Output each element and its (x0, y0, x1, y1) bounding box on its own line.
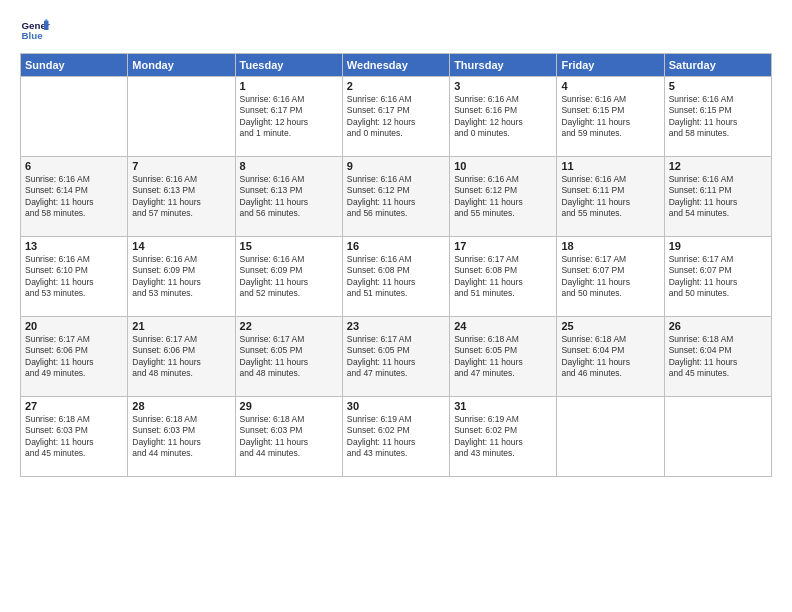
day-number: 21 (132, 320, 230, 332)
day-info: Sunrise: 6:16 AM Sunset: 6:10 PM Dayligh… (25, 254, 123, 300)
day-info: Sunrise: 6:17 AM Sunset: 6:07 PM Dayligh… (669, 254, 767, 300)
day-info: Sunrise: 6:16 AM Sunset: 6:08 PM Dayligh… (347, 254, 445, 300)
day-info: Sunrise: 6:17 AM Sunset: 6:05 PM Dayligh… (347, 334, 445, 380)
day-info: Sunrise: 6:18 AM Sunset: 6:04 PM Dayligh… (561, 334, 659, 380)
day-number: 15 (240, 240, 338, 252)
calendar-cell: 13Sunrise: 6:16 AM Sunset: 6:10 PM Dayli… (21, 237, 128, 317)
calendar-cell: 23Sunrise: 6:17 AM Sunset: 6:05 PM Dayli… (342, 317, 449, 397)
calendar-cell: 12Sunrise: 6:16 AM Sunset: 6:11 PM Dayli… (664, 157, 771, 237)
calendar-cell (557, 397, 664, 477)
calendar-cell: 29Sunrise: 6:18 AM Sunset: 6:03 PM Dayli… (235, 397, 342, 477)
day-number: 8 (240, 160, 338, 172)
calendar-table: SundayMondayTuesdayWednesdayThursdayFrid… (20, 53, 772, 477)
day-info: Sunrise: 6:16 AM Sunset: 6:11 PM Dayligh… (561, 174, 659, 220)
day-number: 18 (561, 240, 659, 252)
calendar-cell: 19Sunrise: 6:17 AM Sunset: 6:07 PM Dayli… (664, 237, 771, 317)
day-info: Sunrise: 6:16 AM Sunset: 6:14 PM Dayligh… (25, 174, 123, 220)
day-number: 1 (240, 80, 338, 92)
day-info: Sunrise: 6:19 AM Sunset: 6:02 PM Dayligh… (347, 414, 445, 460)
logo: General Blue (20, 15, 56, 45)
day-number: 29 (240, 400, 338, 412)
day-info: Sunrise: 6:18 AM Sunset: 6:03 PM Dayligh… (240, 414, 338, 460)
day-info: Sunrise: 6:16 AM Sunset: 6:09 PM Dayligh… (240, 254, 338, 300)
day-number: 3 (454, 80, 552, 92)
day-number: 26 (669, 320, 767, 332)
col-header-thursday: Thursday (450, 54, 557, 77)
day-number: 19 (669, 240, 767, 252)
calendar-cell: 8Sunrise: 6:16 AM Sunset: 6:13 PM Daylig… (235, 157, 342, 237)
day-info: Sunrise: 6:18 AM Sunset: 6:03 PM Dayligh… (25, 414, 123, 460)
day-info: Sunrise: 6:17 AM Sunset: 6:08 PM Dayligh… (454, 254, 552, 300)
day-number: 12 (669, 160, 767, 172)
day-info: Sunrise: 6:16 AM Sunset: 6:12 PM Dayligh… (347, 174, 445, 220)
calendar-cell (664, 397, 771, 477)
day-number: 30 (347, 400, 445, 412)
calendar-cell: 2Sunrise: 6:16 AM Sunset: 6:17 PM Daylig… (342, 77, 449, 157)
day-info: Sunrise: 6:19 AM Sunset: 6:02 PM Dayligh… (454, 414, 552, 460)
col-header-sunday: Sunday (21, 54, 128, 77)
day-info: Sunrise: 6:16 AM Sunset: 6:12 PM Dayligh… (454, 174, 552, 220)
day-number: 4 (561, 80, 659, 92)
calendar-cell: 31Sunrise: 6:19 AM Sunset: 6:02 PM Dayli… (450, 397, 557, 477)
week-row-1: 1Sunrise: 6:16 AM Sunset: 6:17 PM Daylig… (21, 77, 772, 157)
week-row-5: 27Sunrise: 6:18 AM Sunset: 6:03 PM Dayli… (21, 397, 772, 477)
day-number: 25 (561, 320, 659, 332)
calendar-cell: 15Sunrise: 6:16 AM Sunset: 6:09 PM Dayli… (235, 237, 342, 317)
day-number: 27 (25, 400, 123, 412)
day-info: Sunrise: 6:16 AM Sunset: 6:09 PM Dayligh… (132, 254, 230, 300)
week-row-3: 13Sunrise: 6:16 AM Sunset: 6:10 PM Dayli… (21, 237, 772, 317)
calendar-cell: 16Sunrise: 6:16 AM Sunset: 6:08 PM Dayli… (342, 237, 449, 317)
svg-text:Blue: Blue (22, 30, 44, 41)
calendar-cell: 4Sunrise: 6:16 AM Sunset: 6:15 PM Daylig… (557, 77, 664, 157)
week-row-2: 6Sunrise: 6:16 AM Sunset: 6:14 PM Daylig… (21, 157, 772, 237)
week-row-4: 20Sunrise: 6:17 AM Sunset: 6:06 PM Dayli… (21, 317, 772, 397)
calendar-cell: 7Sunrise: 6:16 AM Sunset: 6:13 PM Daylig… (128, 157, 235, 237)
day-info: Sunrise: 6:17 AM Sunset: 6:06 PM Dayligh… (25, 334, 123, 380)
day-info: Sunrise: 6:16 AM Sunset: 6:17 PM Dayligh… (240, 94, 338, 140)
col-header-tuesday: Tuesday (235, 54, 342, 77)
calendar-cell: 27Sunrise: 6:18 AM Sunset: 6:03 PM Dayli… (21, 397, 128, 477)
day-info: Sunrise: 6:17 AM Sunset: 6:05 PM Dayligh… (240, 334, 338, 380)
col-header-monday: Monday (128, 54, 235, 77)
calendar-cell: 3Sunrise: 6:16 AM Sunset: 6:16 PM Daylig… (450, 77, 557, 157)
col-header-wednesday: Wednesday (342, 54, 449, 77)
calendar-cell: 28Sunrise: 6:18 AM Sunset: 6:03 PM Dayli… (128, 397, 235, 477)
calendar-cell: 6Sunrise: 6:16 AM Sunset: 6:14 PM Daylig… (21, 157, 128, 237)
day-info: Sunrise: 6:17 AM Sunset: 6:06 PM Dayligh… (132, 334, 230, 380)
calendar-cell: 10Sunrise: 6:16 AM Sunset: 6:12 PM Dayli… (450, 157, 557, 237)
day-info: Sunrise: 6:16 AM Sunset: 6:15 PM Dayligh… (669, 94, 767, 140)
day-number: 6 (25, 160, 123, 172)
calendar-cell: 5Sunrise: 6:16 AM Sunset: 6:15 PM Daylig… (664, 77, 771, 157)
calendar-cell: 14Sunrise: 6:16 AM Sunset: 6:09 PM Dayli… (128, 237, 235, 317)
day-number: 16 (347, 240, 445, 252)
calendar-cell: 25Sunrise: 6:18 AM Sunset: 6:04 PM Dayli… (557, 317, 664, 397)
day-info: Sunrise: 6:17 AM Sunset: 6:07 PM Dayligh… (561, 254, 659, 300)
calendar-cell: 18Sunrise: 6:17 AM Sunset: 6:07 PM Dayli… (557, 237, 664, 317)
svg-marker-2 (44, 21, 49, 30)
day-number: 11 (561, 160, 659, 172)
calendar-cell: 9Sunrise: 6:16 AM Sunset: 6:12 PM Daylig… (342, 157, 449, 237)
day-info: Sunrise: 6:16 AM Sunset: 6:13 PM Dayligh… (132, 174, 230, 220)
day-number: 22 (240, 320, 338, 332)
day-number: 31 (454, 400, 552, 412)
calendar-cell: 1Sunrise: 6:16 AM Sunset: 6:17 PM Daylig… (235, 77, 342, 157)
calendar-cell: 24Sunrise: 6:18 AM Sunset: 6:05 PM Dayli… (450, 317, 557, 397)
day-number: 17 (454, 240, 552, 252)
calendar-cell: 17Sunrise: 6:17 AM Sunset: 6:08 PM Dayli… (450, 237, 557, 317)
calendar-cell: 21Sunrise: 6:17 AM Sunset: 6:06 PM Dayli… (128, 317, 235, 397)
calendar-cell (128, 77, 235, 157)
day-number: 13 (25, 240, 123, 252)
day-number: 5 (669, 80, 767, 92)
calendar-cell: 30Sunrise: 6:19 AM Sunset: 6:02 PM Dayli… (342, 397, 449, 477)
calendar-cell: 20Sunrise: 6:17 AM Sunset: 6:06 PM Dayli… (21, 317, 128, 397)
day-number: 28 (132, 400, 230, 412)
day-info: Sunrise: 6:18 AM Sunset: 6:04 PM Dayligh… (669, 334, 767, 380)
col-header-saturday: Saturday (664, 54, 771, 77)
col-header-friday: Friday (557, 54, 664, 77)
day-info: Sunrise: 6:16 AM Sunset: 6:17 PM Dayligh… (347, 94, 445, 140)
day-info: Sunrise: 6:18 AM Sunset: 6:05 PM Dayligh… (454, 334, 552, 380)
header-row: SundayMondayTuesdayWednesdayThursdayFrid… (21, 54, 772, 77)
day-info: Sunrise: 6:16 AM Sunset: 6:16 PM Dayligh… (454, 94, 552, 140)
day-number: 7 (132, 160, 230, 172)
calendar-cell: 11Sunrise: 6:16 AM Sunset: 6:11 PM Dayli… (557, 157, 664, 237)
